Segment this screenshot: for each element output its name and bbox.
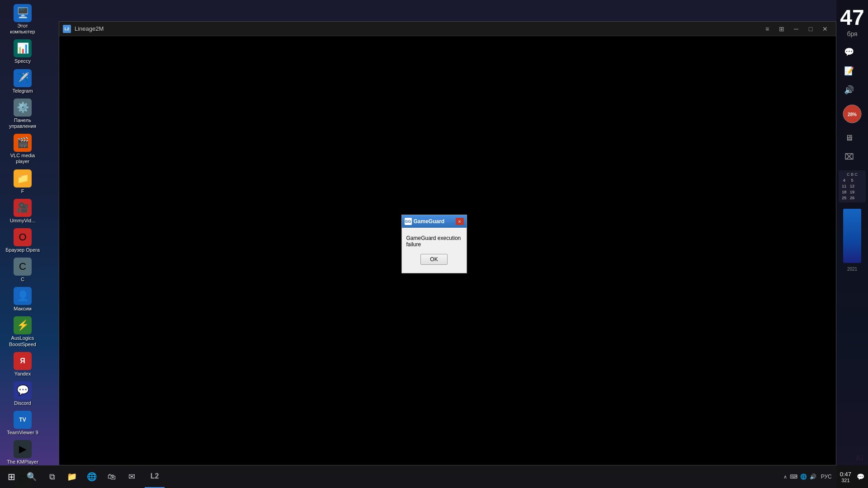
dialog-body: GameGuard execution failure OK bbox=[402, 228, 467, 273]
dialog-titlebar-left: GG GameGuard bbox=[405, 218, 445, 225]
dialog-titlebar: GG GameGuard × bbox=[402, 215, 467, 228]
dialog-ok-button[interactable]: OK bbox=[420, 254, 448, 265]
gameguard-dialog: GG GameGuard × GameGuard execution failu… bbox=[401, 215, 467, 273]
dialog-message: GameGuard execution failure bbox=[406, 235, 462, 248]
gameguard-dialog-icon: GG bbox=[405, 218, 412, 225]
dialog-title: GameGuard bbox=[414, 218, 445, 225]
desktop: 🖥️ Этот компьютер 📊 Speccy ✈️ Telegram ⚙… bbox=[0, 0, 868, 488]
dialog-close-button[interactable]: × bbox=[456, 218, 464, 225]
dialog-footer: OK bbox=[406, 254, 462, 268]
dialog-overlay: GG GameGuard × GameGuard execution failu… bbox=[0, 0, 868, 488]
